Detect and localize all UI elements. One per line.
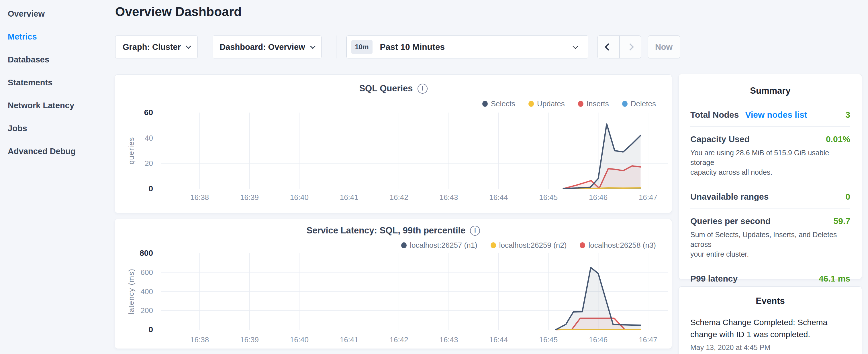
svg-text:16:47: 16:47 [639,335,657,344]
events-title: Events [690,287,850,306]
summary-value: 3 [845,110,850,120]
summary-note: You are using 28.6 MiB of 515.9 GiB usab… [690,148,850,177]
divider [336,35,336,58]
svg-text:16:38: 16:38 [190,335,209,344]
summary-value: 0.01% [826,134,850,144]
graph-scope-dropdown[interactable]: Graph: Cluster [115,35,198,58]
sql-queries-chart-card: SQL Queries i SelectsUpdatesInsertsDelet… [115,74,672,213]
time-next-button[interactable] [619,36,641,58]
sql-queries-plot[interactable]: 16:3816:3916:4016:4116:4216:4316:4416:45… [115,75,672,213]
svg-text:16:40: 16:40 [290,193,309,202]
svg-text:16:41: 16:41 [340,193,359,202]
event-item[interactable]: Schema Change Completed: Schema change w… [690,317,850,352]
svg-text:16:45: 16:45 [539,335,558,344]
time-range-badge: 10m [351,40,373,54]
service-latency-plot[interactable]: 16:3816:3916:4016:4116:4216:4316:4416:45… [115,219,672,349]
svg-text:16:38: 16:38 [190,193,209,202]
svg-text:16:42: 16:42 [390,335,408,344]
summary-value: 0 [845,192,850,202]
page-title: Overview Dashboard [115,5,242,19]
svg-text:60: 60 [144,108,153,117]
summary-title: Summary [690,74,850,96]
chevron-down-icon [310,43,315,49]
view-nodes-list-link[interactable]: View nodes list [745,110,807,120]
svg-text:16:46: 16:46 [589,193,608,202]
chevron-down-icon [572,43,578,49]
svg-text:400: 400 [141,287,153,296]
svg-text:16:39: 16:39 [240,335,259,344]
sidebar-item-network-latency[interactable]: Network Latency [0,94,115,117]
svg-text:40: 40 [145,134,153,142]
now-button[interactable]: Now [648,35,680,58]
svg-text:600: 600 [141,268,153,277]
svg-text:0: 0 [149,184,153,193]
svg-text:16:43: 16:43 [439,335,458,344]
svg-text:800: 800 [140,249,153,257]
summary-label: P99 latency [690,274,738,284]
svg-text:16:41: 16:41 [340,335,359,344]
chevron-left-icon [604,43,612,51]
sidebar-item-databases[interactable]: Databases [0,48,115,71]
svg-text:20: 20 [145,159,153,167]
sidebar: Overview Metrics Databases Statements Ne… [0,0,115,354]
time-range-dropdown[interactable]: 10m Past 10 Minutes [346,35,588,58]
summary-label: Total Nodes [690,110,739,120]
svg-text:16:47: 16:47 [639,193,657,202]
app-root: Overview Metrics Databases Statements Ne… [0,0,868,354]
summary-value: 46.1 ms [819,274,850,284]
summary-row-queries-per-second: Queries per second 59.7 [690,208,850,232]
summary-panel: Summary Total Nodes View nodes list 3 Ca… [679,74,862,279]
chevron-right-icon [626,43,633,51]
summary-row-total-nodes: Total Nodes View nodes list 3 [690,102,850,126]
main-content: Overview Dashboard Graph: Cluster Dashbo… [115,0,672,354]
events-panel: Events Schema Change Completed: Schema c… [679,286,862,354]
svg-text:16:40: 16:40 [290,335,309,344]
dashboard-dropdown[interactable]: Dashboard: Overview [213,35,321,58]
time-range-label: Past 10 Minutes [380,42,445,52]
sidebar-item-statements[interactable]: Statements [0,71,115,94]
svg-text:queries: queries [127,137,135,164]
service-latency-chart-card: Service Latency: SQL, 99th percentile i … [115,219,672,349]
event-timestamp: May 13, 2020 at 4:45 PM [690,344,850,352]
event-text: Schema Change Completed: Schema change w… [690,317,850,341]
summary-label: Queries per second [690,216,771,226]
svg-text:16:46: 16:46 [589,335,608,344]
svg-text:16:39: 16:39 [240,193,259,202]
controls-row: Graph: Cluster Dashboard: Overview 10m P… [115,35,680,58]
svg-text:16:45: 16:45 [539,193,558,202]
summary-label: Unavailable ranges [690,192,769,202]
sidebar-item-advanced-debug[interactable]: Advanced Debug [0,140,115,163]
svg-text:16:44: 16:44 [489,335,508,344]
time-prev-button[interactable] [597,36,619,58]
sidebar-item-jobs[interactable]: Jobs [0,117,115,140]
svg-text:16:44: 16:44 [489,193,508,202]
chevron-down-icon [186,43,191,49]
graph-scope-label: Graph: Cluster [123,42,181,52]
time-step-buttons [597,35,641,58]
dashboard-label: Dashboard: Overview [219,42,305,52]
svg-text:16:42: 16:42 [390,193,408,202]
summary-value: 59.7 [834,216,850,226]
svg-text:200: 200 [141,306,153,315]
svg-text:16:43: 16:43 [439,193,458,202]
summary-row-unavailable-ranges: Unavailable ranges 0 [690,184,850,208]
svg-text:0: 0 [149,325,153,334]
svg-text:latency (ms): latency (ms) [127,269,135,315]
sidebar-item-overview[interactable]: Overview [0,2,115,25]
summary-note: Sum of Selects, Updates, Inserts, and De… [690,230,850,259]
summary-row-capacity-used: Capacity Used 0.01% [690,127,850,151]
summary-label: Capacity Used [690,134,750,144]
sidebar-item-metrics[interactable]: Metrics [0,25,115,48]
